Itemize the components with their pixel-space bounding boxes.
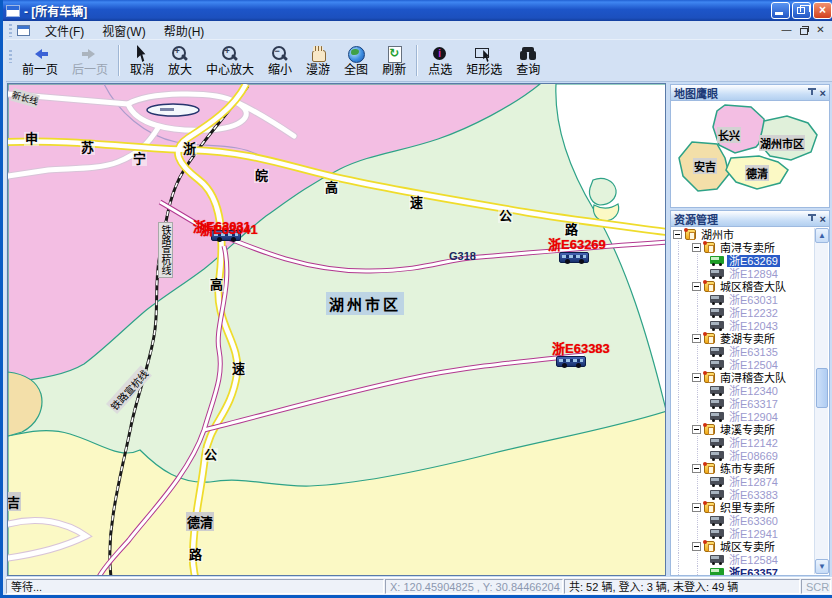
mdi-minimize-icon[interactable]: —	[779, 23, 794, 37]
tree-connector	[678, 241, 691, 254]
toolbar-button-globe[interactable]: 全图	[337, 42, 375, 79]
tree-expand-icon[interactable]	[692, 425, 701, 434]
zoom-out-icon: −	[268, 45, 292, 59]
tree-connector	[678, 306, 691, 319]
close-button[interactable]: ×	[813, 2, 832, 19]
tree-vehicle-row[interactable]: 浙E63383	[672, 488, 814, 501]
pin-icon[interactable]	[807, 214, 816, 224]
tree-expand-icon[interactable]	[692, 542, 701, 551]
tree-vehicle-row[interactable]: 浙E08669	[672, 449, 814, 462]
organization-icon	[704, 502, 715, 513]
vehicle-plate-label[interactable]: 浙E63269	[548, 234, 606, 253]
map-canvas[interactable]: 申苏宁浙皖高速公路高速公路G318湖州市区吉德清铁路宣杭线铁路宣杭线新长线 浙E…	[7, 83, 666, 576]
tree-group-row[interactable]: 练市专卖所	[672, 462, 814, 475]
scroll-thumb[interactable]	[816, 368, 828, 408]
resource-close-icon[interactable]: ×	[820, 214, 826, 224]
toolbar-button-zoom-in[interactable]: +放大	[161, 42, 199, 79]
tree-expand-icon[interactable]	[692, 243, 701, 252]
overview-map[interactable]: 长兴湖州市区安吉德清	[670, 101, 830, 208]
tree-vehicle-row[interactable]: 浙E12043	[672, 319, 814, 332]
tree-vehicle-row[interactable]: 浙E12941	[672, 527, 814, 540]
tree-vehicle-row[interactable]: 浙E63269	[672, 254, 814, 267]
tree-expand-icon[interactable]	[692, 282, 701, 291]
tree-connector	[678, 462, 691, 475]
toolbar-button-rect-select[interactable]: 矩形选	[459, 42, 509, 79]
vehicle-plate-label[interactable]: 浙E63041	[200, 219, 258, 238]
tree-connector	[678, 527, 691, 540]
scroll-down-icon[interactable]: ▼	[815, 559, 829, 574]
status-message: 等待...	[6, 579, 384, 594]
toolbar-button-back[interactable]: 前一页	[15, 42, 65, 79]
toolbar-button-query[interactable]: 查询	[509, 42, 547, 79]
tree-root-row[interactable]: 湖州市	[672, 228, 814, 241]
toolbar-button-point-select[interactable]: 点选	[421, 42, 459, 79]
overview-map-graphic	[671, 101, 829, 207]
tree-connector	[697, 306, 710, 319]
tree-group-row[interactable]: 埭溪专卖所	[672, 423, 814, 436]
tree-connector	[678, 280, 691, 293]
tree-vehicle-row[interactable]: 浙E63357	[672, 566, 814, 575]
tree-expand-icon[interactable]	[692, 464, 701, 473]
vehicle-truck-icon[interactable]	[556, 356, 586, 367]
tree-node-label: 南浔稽查大队	[718, 372, 788, 384]
menu-file[interactable]: 文件(F)	[36, 20, 93, 41]
tree-node-label: 浙E12874	[727, 476, 780, 488]
toolbar-button-label: 查询	[516, 60, 540, 77]
tree-scrollbar[interactable]: ▲ ▼	[814, 228, 828, 574]
toolbar-button-forward[interactable]: 后一页	[65, 42, 115, 79]
scroll-up-icon[interactable]: ▲	[815, 228, 829, 243]
toolbar-button-label: 后一页	[72, 60, 108, 77]
tree-connector	[697, 449, 710, 462]
tree-expand-icon[interactable]	[692, 334, 701, 343]
tree-connector	[678, 449, 691, 462]
tree-expand-icon[interactable]	[673, 230, 682, 239]
tree-vehicle-row[interactable]: 浙E12874	[672, 475, 814, 488]
forward-icon	[78, 45, 102, 59]
tree-vehicle-row[interactable]: 浙E12142	[672, 436, 814, 449]
toolbar-button-refresh[interactable]: 刷新	[375, 42, 413, 79]
vehicle-truck-icon[interactable]	[559, 252, 589, 263]
tree-group-row[interactable]: 南浔稽查大队	[672, 371, 814, 384]
toolbar-button-zoom-out[interactable]: −缩小	[261, 42, 299, 79]
mdi-document-icon[interactable]	[17, 25, 30, 36]
overview-region-label: 德清	[745, 165, 769, 181]
menu-help[interactable]: 帮助(H)	[155, 20, 214, 41]
tree-vehicle-row[interactable]: 浙E12340	[672, 384, 814, 397]
vehicle-icon	[710, 477, 724, 485]
tree-vehicle-row[interactable]: 浙E63360	[672, 514, 814, 527]
tree-expand-icon[interactable]	[692, 503, 701, 512]
tree-vehicle-row[interactable]: 浙E12232	[672, 306, 814, 319]
tree-vehicle-row[interactable]: 浙E63135	[672, 345, 814, 358]
tree-group-row[interactable]: 城区稽查大队	[672, 280, 814, 293]
map-label-place: 德清	[186, 512, 214, 531]
tree-expand-icon[interactable]	[692, 373, 701, 382]
tree-group-row[interactable]: 城区专卖所	[672, 540, 814, 553]
globe-icon	[344, 45, 368, 59]
tree-group-row[interactable]: 南浔专卖所	[672, 241, 814, 254]
tree-node-label: 浙E08669	[727, 450, 780, 462]
toolbar-button-cursor[interactable]: 取消	[123, 42, 161, 79]
tree-vehicle-row[interactable]: 浙E12894	[672, 267, 814, 280]
overview-region-label: 湖州市区	[759, 135, 805, 151]
vehicle-plate-label[interactable]: 浙E63383	[552, 338, 610, 357]
mdi-restore-icon[interactable]	[796, 23, 811, 37]
overview-close-icon[interactable]: ×	[820, 88, 826, 98]
toolbar-button-pan[interactable]: 漫游	[299, 42, 337, 79]
tree-vehicle-row[interactable]: 浙E63317	[672, 397, 814, 410]
refresh-icon	[382, 45, 406, 59]
mdi-close-icon[interactable]: ✕	[813, 23, 828, 37]
minimize-button[interactable]	[771, 2, 790, 19]
tree-group-row[interactable]: 菱湖专卖所	[672, 332, 814, 345]
tree-group-row[interactable]: 织里专卖所	[672, 501, 814, 514]
tree-vehicle-row[interactable]: 浙E12504	[672, 358, 814, 371]
vehicle-icon	[710, 568, 724, 576]
pin-icon[interactable]	[807, 88, 816, 98]
menu-grip[interactable]	[9, 24, 12, 37]
toolbar-grip[interactable]	[9, 50, 12, 63]
toolbar-button-zoom-center[interactable]: +中心放大	[199, 42, 261, 79]
menu-window[interactable]: 视窗(W)	[93, 20, 154, 41]
tree-vehicle-row[interactable]: 浙E12904	[672, 410, 814, 423]
tree-vehicle-row[interactable]: 浙E63031	[672, 293, 814, 306]
tree-vehicle-row[interactable]: 浙E12584	[672, 553, 814, 566]
restore-button[interactable]	[792, 2, 811, 19]
